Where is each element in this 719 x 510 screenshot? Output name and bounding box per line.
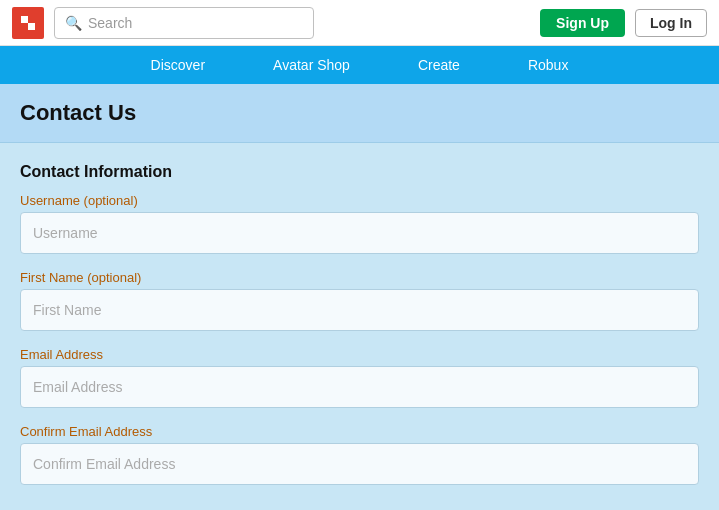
svg-rect-2 (28, 23, 35, 30)
label-confirm-email: Confirm Email Address (20, 424, 699, 439)
content-area: Contact Information Username (optional) … (0, 143, 719, 510)
label-username: Username (optional) (20, 193, 699, 208)
search-bar[interactable]: 🔍 (54, 7, 314, 39)
label-first-name: First Name (optional) (20, 270, 699, 285)
search-input[interactable] (88, 15, 303, 31)
input-first-name[interactable] (20, 289, 699, 331)
header: 🔍 Sign Up Log In (0, 0, 719, 46)
page-title: Contact Us (20, 100, 699, 126)
input-username[interactable] (20, 212, 699, 254)
form-group-username: Username (optional) (20, 193, 699, 254)
form-group-email: Email Address (20, 347, 699, 408)
nav-item-discover[interactable]: Discover (147, 51, 209, 79)
nav-item-avatar-shop[interactable]: Avatar Shop (269, 51, 354, 79)
login-button[interactable]: Log In (635, 9, 707, 37)
nav-item-robux[interactable]: Robux (524, 51, 572, 79)
signup-button[interactable]: Sign Up (540, 9, 625, 37)
input-confirm-email[interactable] (20, 443, 699, 485)
input-email[interactable] (20, 366, 699, 408)
section-title: Contact Information (20, 163, 699, 181)
main-nav: Discover Avatar Shop Create Robux (0, 46, 719, 84)
svg-rect-1 (21, 16, 28, 23)
label-email: Email Address (20, 347, 699, 362)
nav-item-create[interactable]: Create (414, 51, 464, 79)
search-icon: 🔍 (65, 15, 82, 31)
form-group-first-name: First Name (optional) (20, 270, 699, 331)
roblox-logo[interactable] (12, 7, 44, 39)
page-banner: Contact Us (0, 84, 719, 143)
form-group-confirm-email: Confirm Email Address (20, 424, 699, 485)
